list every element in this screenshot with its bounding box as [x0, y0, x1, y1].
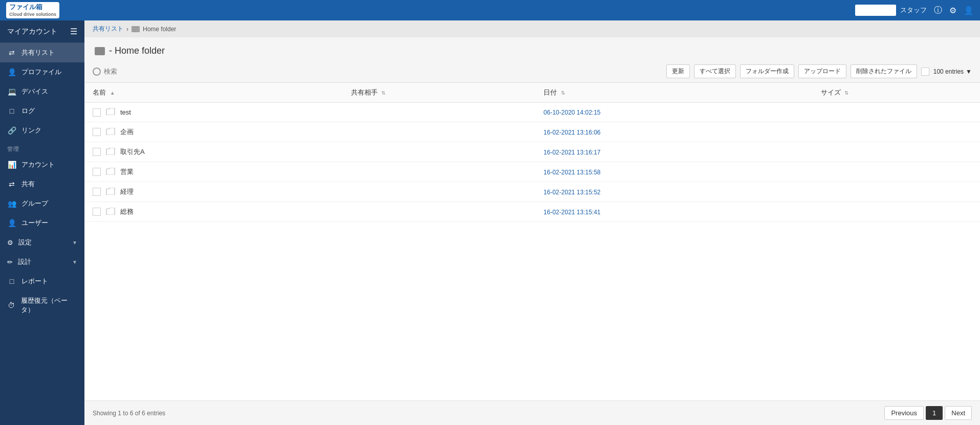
row-checkbox[interactable]	[93, 188, 101, 196]
my-account-label: マイアカウント	[7, 27, 57, 36]
breadcrumb-folder-name: Home folder	[143, 26, 176, 33]
design-icon: ✏	[7, 258, 13, 266]
row-checkbox[interactable]	[93, 208, 101, 216]
staff-label: スタッフ	[900, 6, 927, 15]
page-1-button[interactable]: 1	[926, 406, 943, 420]
table-row[interactable]: 営業 16-02-2021 13:15:58	[84, 162, 980, 182]
logo-sub-text: Cloud drive solutions	[9, 12, 56, 18]
user-icon[interactable]: 👤	[964, 6, 974, 15]
table-row[interactable]: 総務 16-02-2021 13:15:41	[84, 202, 980, 222]
sidebar-item-user[interactable]: 👤 ユーザー	[0, 213, 84, 233]
info-icon[interactable]: ⓘ	[934, 5, 942, 16]
previous-button[interactable]: Previous	[884, 406, 924, 420]
col-size[interactable]: サイズ ⇅	[813, 83, 980, 103]
cell-shared-with	[343, 202, 535, 222]
select-checkbox[interactable]	[921, 68, 929, 76]
col-shared-with[interactable]: 共有相手 ⇅	[343, 83, 535, 103]
col-name[interactable]: 名前 ▲	[84, 83, 343, 103]
table-row[interactable]: 経理 16-02-2021 13:15:52	[84, 182, 980, 202]
search-input[interactable]	[104, 68, 662, 75]
page-title: - Home folder	[109, 46, 165, 56]
folder-row-icon	[106, 108, 115, 117]
sidebar-item-device[interactable]: 💻 デバイス	[0, 82, 84, 101]
folder-title-icon	[95, 47, 105, 55]
sidebar-item-report[interactable]: □ レポート	[0, 272, 84, 291]
cell-name: 営業	[84, 162, 343, 182]
sidebar-item-label: プロファイル	[21, 68, 61, 77]
profile-icon: 👤	[7, 68, 16, 76]
breadcrumb-separator: ›	[126, 26, 128, 33]
cell-date: 16-02-2021 13:15:41	[535, 202, 813, 222]
files-table: 名前 ▲ 共有相手 ⇅ 日付 ⇅	[84, 83, 980, 222]
sidebar-item-shared-list[interactable]: ⇄ 共有リスト	[0, 43, 84, 62]
row-checkbox[interactable]	[93, 108, 101, 117]
sidebar: マイアカウント ☰ ⇄ 共有リスト 👤 プロファイル 💻 デバイス □ ログ 🔗…	[0, 20, 84, 425]
cell-name: test	[84, 103, 343, 122]
table-row[interactable]: 企画 16-02-2021 13:16:06	[84, 122, 980, 142]
my-account[interactable]: マイアカウント ☰	[0, 20, 84, 43]
breadcrumb-shared-list[interactable]: 共有リスト	[93, 25, 123, 33]
sidebar-item-design[interactable]: ✏ 設計 ▼	[0, 252, 84, 272]
sidebar-item-label: 共有	[21, 180, 35, 189]
link-icon: 🔗	[7, 126, 16, 135]
cell-size	[813, 142, 980, 162]
sidebar-item-label: リンク	[21, 126, 41, 135]
pagination: Previous 1 Next	[884, 406, 972, 420]
cell-shared-with	[343, 182, 535, 202]
cell-name: 企画	[84, 122, 343, 142]
sort-shared-icon: ⇅	[381, 90, 385, 96]
next-button[interactable]: Next	[945, 406, 972, 420]
select-all-button[interactable]: すべて選択	[694, 64, 736, 78]
layout: マイアカウント ☰ ⇄ 共有リスト 👤 プロファイル 💻 デバイス □ ログ 🔗…	[0, 20, 980, 425]
cell-date: 16-02-2021 13:15:52	[535, 182, 813, 202]
breadcrumb: 共有リスト › Home folder	[84, 20, 980, 37]
file-name[interactable]: test	[120, 108, 131, 116]
cell-name: 総務	[84, 202, 343, 222]
sidebar-item-profile[interactable]: 👤 プロファイル	[0, 62, 84, 82]
row-checkbox[interactable]	[93, 168, 101, 176]
table-row[interactable]: 取引先A 16-02-2021 13:16:17	[84, 142, 980, 162]
search-icon	[93, 68, 101, 76]
upload-button[interactable]: アップロード	[798, 64, 846, 78]
file-name[interactable]: 総務	[120, 207, 134, 216]
create-folder-button[interactable]: フォルダー作成	[740, 64, 794, 78]
refresh-button[interactable]: 更新	[666, 64, 690, 78]
sidebar-item-history[interactable]: ⏱ 履歴復元（ベータ）	[0, 291, 84, 320]
device-icon: 💻	[7, 87, 16, 96]
sidebar-item-label: レポート	[21, 277, 48, 286]
management-label: 管理	[0, 140, 84, 155]
deleted-files-button[interactable]: 削除されたファイル	[851, 64, 917, 78]
file-name[interactable]: 企画	[120, 127, 134, 137]
sidebar-item-shared[interactable]: ⇄ 共有	[0, 174, 84, 194]
file-name[interactable]: 経理	[120, 187, 134, 196]
col-date[interactable]: 日付 ⇅	[535, 83, 813, 103]
sidebar-item-label: デバイス	[21, 87, 48, 96]
sidebar-item-label: 履歴復元（ベータ）	[21, 296, 77, 315]
row-checkbox[interactable]	[93, 128, 101, 136]
staff-area: スタッフ	[855, 5, 927, 16]
sidebar-item-log[interactable]: □ ログ	[0, 101, 84, 121]
cell-date: 16-02-2021 13:15:58	[535, 162, 813, 182]
report-icon: □	[7, 277, 16, 285]
cell-shared-with	[343, 122, 535, 142]
sidebar-item-settings[interactable]: ⚙ 設定 ▼	[0, 233, 84, 252]
col-date-label: 日付	[543, 88, 557, 96]
staff-input[interactable]	[855, 5, 896, 16]
file-name[interactable]: 取引先A	[120, 147, 145, 156]
folder-row-icon	[106, 148, 115, 156]
sort-size-icon: ⇅	[844, 90, 848, 96]
table-row[interactable]: test 06-10-2020 14:02:15	[84, 103, 980, 122]
sidebar-item-group[interactable]: 👥 グループ	[0, 194, 84, 213]
settings-icon[interactable]: ⚙	[949, 6, 956, 15]
footer-bar: Showing 1 to 6 of 6 entries Previous 1 N…	[84, 400, 980, 425]
hamburger-icon[interactable]: ☰	[70, 27, 77, 36]
file-name[interactable]: 営業	[120, 167, 134, 176]
cell-date: 16-02-2021 13:16:06	[535, 122, 813, 142]
sidebar-item-link[interactable]: 🔗 リンク	[0, 121, 84, 140]
chevron-down-icon-design: ▼	[72, 259, 77, 265]
cell-name: 取引先A	[84, 142, 343, 162]
chevron-down-icon: ▼	[72, 240, 77, 245]
row-checkbox[interactable]	[93, 148, 101, 156]
col-shared-with-label: 共有相手	[351, 88, 378, 96]
sidebar-item-account[interactable]: 📊 アカウント	[0, 155, 84, 174]
